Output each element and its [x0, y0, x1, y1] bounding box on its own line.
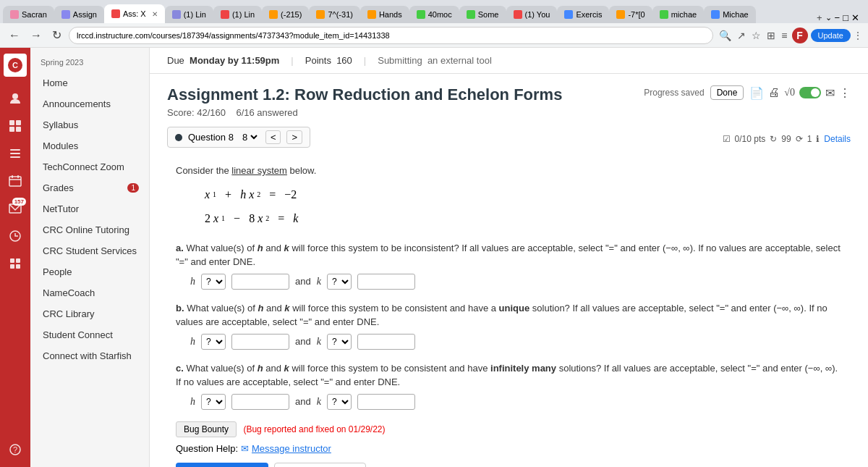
- reload-button[interactable]: ↻: [49, 27, 64, 43]
- browser-tab-bar: Sacran Assign Ass: X ✕ (1) Lin (1) Lin (…: [0, 0, 868, 23]
- sidebar-commons-icon[interactable]: [4, 252, 27, 275]
- tab-inactive-14[interactable]: Michae: [704, 6, 755, 23]
- sidebar-item-label: Modules: [43, 140, 78, 151]
- question-dot: [175, 134, 182, 141]
- tab-inactive-9[interactable]: Some: [459, 6, 506, 23]
- tab-active[interactable]: Ass: X ✕: [104, 4, 165, 23]
- svg-rect-5: [9, 127, 14, 132]
- tab-inactive-3[interactable]: (1) Lin: [165, 6, 213, 23]
- jump-to-answer-button[interactable]: Jump to Answer: [274, 463, 366, 467]
- k-select-a[interactable]: ?=≠: [327, 274, 352, 290]
- submit-question-button[interactable]: Submit Question: [176, 463, 268, 467]
- svg-rect-10: [9, 177, 21, 186]
- question-nav: Question 8 8 < >: [167, 127, 310, 148]
- due-label: Due Monday by 11:59pm: [167, 55, 279, 66]
- more-options-icon[interactable]: ⋮: [854, 30, 862, 41]
- sidebar-item-connect-starfish[interactable]: Connect with Starfish: [30, 345, 149, 366]
- sidebar-item-techconnect[interactable]: TechConnect Zoom: [30, 156, 149, 177]
- sidebar-item-label: Grades: [43, 182, 74, 193]
- submitting-label: Submitting an external tool: [378, 55, 492, 66]
- sidebar-inbox-icon[interactable]: 157: [4, 197, 27, 220]
- maximize-icon[interactable]: □: [843, 12, 848, 23]
- back-button[interactable]: ←: [6, 28, 23, 43]
- h-input-b[interactable]: [231, 334, 289, 350]
- sidebar-item-crc-library[interactable]: CRC Library: [30, 303, 149, 324]
- bug-bounty-button[interactable]: Bug Bounty: [176, 421, 237, 437]
- settings-icon[interactable]: ≡: [780, 28, 788, 43]
- sidebar-item-namecoach[interactable]: NameCoach: [30, 282, 149, 303]
- update-button[interactable]: Update: [811, 29, 851, 42]
- question-select[interactable]: 8: [239, 131, 260, 143]
- sidebar-courses-icon[interactable]: [4, 142, 27, 165]
- sidebar-calendar-icon[interactable]: [4, 169, 27, 193]
- nav-sidebar: Spring 2023 Home Announcements Syllabus …: [30, 48, 150, 467]
- tab-inactive-13[interactable]: michae: [652, 6, 704, 23]
- tab-inactive-8[interactable]: 40moc: [409, 6, 459, 23]
- tab-inactive-5[interactable]: (-215): [262, 6, 309, 23]
- tab-inactive-2[interactable]: Assign: [54, 6, 104, 23]
- next-question-button[interactable]: >: [286, 130, 302, 144]
- h-input-c[interactable]: [231, 394, 289, 410]
- sidebar-account-icon[interactable]: [4, 87, 27, 110]
- email-icon[interactable]: ✉: [825, 86, 835, 100]
- answer-row-b: h ?=≠ and k ?=≠: [190, 334, 842, 350]
- document-icon[interactable]: 📄: [749, 86, 764, 100]
- sidebar-item-crc-online[interactable]: CRC Online Tutoring: [30, 219, 149, 240]
- points-label: Points 160: [305, 55, 352, 66]
- tab-inactive-7[interactable]: Hands: [360, 6, 409, 23]
- prev-question-button[interactable]: <: [265, 130, 281, 144]
- sidebar-help-icon[interactable]: ?: [4, 438, 27, 461]
- h-select-c[interactable]: ?=≠: [201, 394, 226, 410]
- tab-inactive-1[interactable]: Sacran: [3, 6, 54, 23]
- extensions-icon[interactable]: ⊞: [765, 28, 777, 43]
- h-input-a[interactable]: [231, 274, 289, 290]
- info-icon[interactable]: ℹ: [816, 134, 820, 144]
- k-select-c[interactable]: ?=≠: [327, 394, 352, 410]
- toggle-switch[interactable]: [799, 87, 821, 98]
- sidebar-item-student-connect[interactable]: Student Connect: [30, 324, 149, 345]
- sidebar-item-people[interactable]: People: [30, 261, 149, 282]
- tab-inactive-12[interactable]: -7*[0: [609, 6, 652, 23]
- forward-button[interactable]: →: [27, 28, 45, 43]
- k-input-c[interactable]: [357, 394, 415, 410]
- sidebar-item-nettutor[interactable]: NetTutor: [30, 198, 149, 219]
- tab-close-icon[interactable]: ✕: [152, 10, 158, 18]
- sidebar-item-syllabus[interactable]: Syllabus: [30, 114, 149, 135]
- tab-inactive-4[interactable]: (1) Lin: [213, 6, 262, 23]
- tab-inactive-10[interactable]: (1) You: [506, 6, 558, 23]
- sidebar-history-icon[interactable]: [4, 224, 27, 248]
- h-select-a[interactable]: ?=≠<>: [201, 274, 226, 290]
- message-instructor-link[interactable]: Message instructor: [252, 443, 331, 454]
- answer-row-a: h ?=≠<> and k ?=≠: [190, 274, 842, 290]
- k-select-b[interactable]: ?=≠: [327, 334, 352, 350]
- browser-toolbar: ← → ↻ 🔍 ↗ ☆ ⊞ ≡ F Update ⋮: [0, 23, 868, 48]
- h-select-b[interactable]: ?=≠: [201, 334, 226, 350]
- sidebar-item-modules[interactable]: Modules: [30, 135, 149, 156]
- bookmark-icon[interactable]: ☆: [750, 28, 762, 43]
- sidebar-item-grades[interactable]: Grades 1: [30, 177, 149, 198]
- svg-text:?: ?: [13, 445, 17, 454]
- k-input-a[interactable]: [357, 274, 415, 290]
- subquestion-c: c. What value(s) of h and k will force t…: [176, 361, 842, 410]
- sidebar-item-crc-student[interactable]: CRC Student Services: [30, 240, 149, 261]
- search-icon[interactable]: 🔍: [718, 28, 733, 43]
- sidebar-item-home[interactable]: Home: [30, 72, 149, 93]
- k-input-b[interactable]: [357, 334, 415, 350]
- minimize-icon[interactable]: −: [835, 12, 841, 23]
- details-label[interactable]: Details: [824, 134, 851, 144]
- sidebar-item-label: NetTutor: [43, 203, 79, 214]
- more-icon[interactable]: ⋮: [839, 86, 851, 100]
- print-icon[interactable]: 🖨: [768, 86, 780, 99]
- new-tab-icon[interactable]: +: [817, 12, 822, 23]
- tab-list-icon[interactable]: ⌄: [825, 13, 832, 22]
- done-button[interactable]: Done: [710, 85, 744, 100]
- tab-inactive-11[interactable]: Exercis: [557, 6, 609, 23]
- close-icon[interactable]: ✕: [851, 12, 859, 23]
- separator-1: |: [291, 55, 293, 66]
- sidebar-item-announcements[interactable]: Announcements: [30, 93, 149, 114]
- address-bar[interactable]: [69, 27, 713, 44]
- user-avatar[interactable]: F: [792, 28, 808, 43]
- sidebar-dashboard-icon[interactable]: [4, 114, 27, 138]
- share-icon[interactable]: ↗: [736, 28, 747, 43]
- tab-inactive-6[interactable]: 7^(-31): [309, 6, 360, 23]
